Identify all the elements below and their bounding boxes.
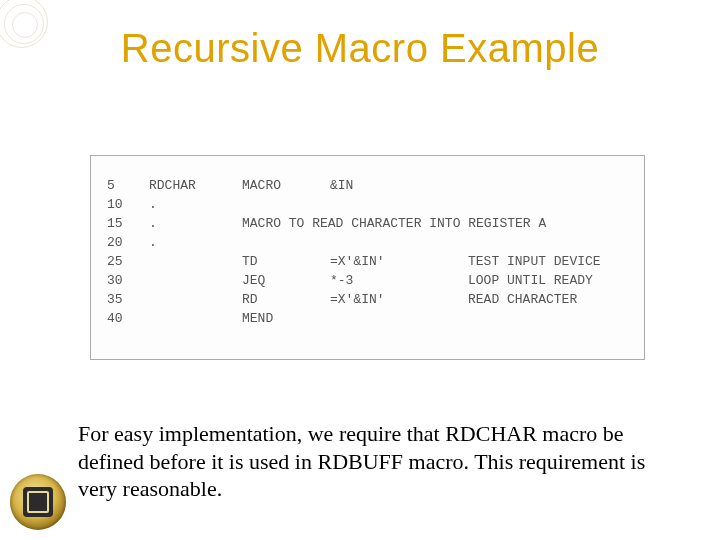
code-row: 35 RD =X'&IN' READ CHARACTER [103,290,632,309]
code-row: 30 JEQ *-3 LOOP UNTIL READY [103,271,632,290]
label-col [145,290,238,309]
label-col [145,271,238,290]
logo-seal [10,474,66,530]
code-row: 25 TD =X'&IN' TEST INPUT DEVICE [103,252,632,271]
opcode-col: JEQ [238,271,326,290]
line-number: 30 [103,271,145,290]
label-col [145,252,238,271]
comment-col [464,176,632,195]
code-row: 5 RDCHAR MACRO &IN [103,176,632,195]
opcode-col: TD [238,252,326,271]
code-row: 10 . [103,195,632,214]
code-table: 5 RDCHAR MACRO &IN 10 . 15 . MACRO TO RE [103,176,632,328]
comment-line: MACRO TO READ CHARACTER INTO REGISTER A [238,214,632,233]
operand-col [326,195,464,214]
line-number: 10 [103,195,145,214]
comment-col [464,195,632,214]
label-col: . [145,214,238,233]
label-col: . [145,195,238,214]
operand-col: =X'&IN' [326,290,464,309]
code-row: 20 . [103,233,632,252]
code-row: 15 . MACRO TO READ CHARACTER INTO REGIST… [103,214,632,233]
opcode-col: MACRO [238,176,326,195]
line-number: 5 [103,176,145,195]
slide: Recursive Macro Example 5 RDCHAR MACRO &… [0,0,720,540]
operand-col [326,309,464,328]
operand-col: &IN [326,176,464,195]
operand-col: =X'&IN' [326,252,464,271]
operand-col: *-3 [326,271,464,290]
line-number: 35 [103,290,145,309]
caption-text: For easy implementation, we require that… [78,420,658,503]
line-number: 40 [103,309,145,328]
comment-col [464,309,632,328]
opcode-col: MEND [238,309,326,328]
opcode-col [238,233,326,252]
code-row: 40 MEND [103,309,632,328]
line-number: 25 [103,252,145,271]
label-col [145,309,238,328]
label-col: . [145,233,238,252]
code-listing: 5 RDCHAR MACRO &IN 10 . 15 . MACRO TO RE [90,155,645,360]
comment-col: LOOP UNTIL READY [464,271,632,290]
opcode-col [238,195,326,214]
operand-col [326,233,464,252]
slide-title: Recursive Macro Example [0,26,720,71]
logo-glyph [23,487,53,517]
comment-col [464,233,632,252]
line-number: 20 [103,233,145,252]
comment-col: TEST INPUT DEVICE [464,252,632,271]
opcode-col: RD [238,290,326,309]
label-col: RDCHAR [145,176,238,195]
line-number: 15 [103,214,145,233]
comment-col: READ CHARACTER [464,290,632,309]
